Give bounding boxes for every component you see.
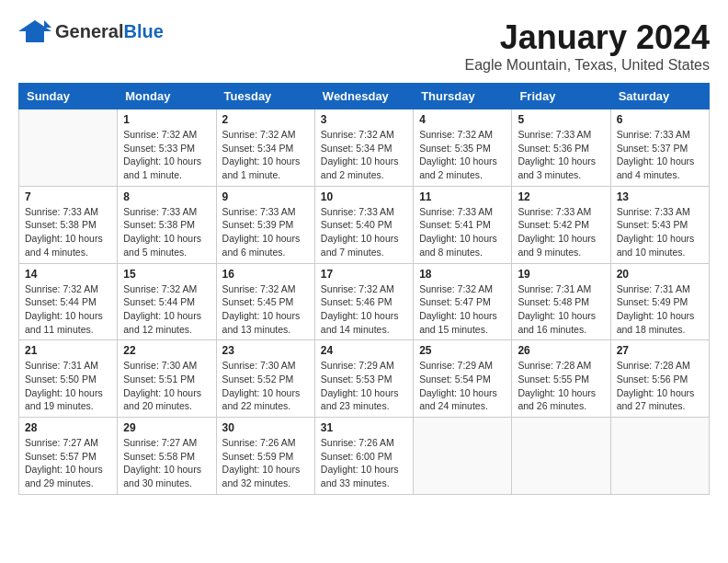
day-info: Sunrise: 7:33 AM Sunset: 5:41 PM Dayligh…	[419, 205, 506, 259]
calendar-cell: 6Sunrise: 7:33 AM Sunset: 5:37 PM Daylig…	[610, 109, 709, 187]
calendar-cell: 29Sunrise: 7:27 AM Sunset: 5:58 PM Dayli…	[118, 418, 216, 495]
calendar-cell: 15Sunrise: 7:32 AM Sunset: 5:44 PM Dayli…	[118, 263, 216, 340]
day-info: Sunrise: 7:27 AM Sunset: 5:58 PM Dayligh…	[123, 436, 210, 490]
day-number: 8	[123, 190, 210, 203]
day-number: 16	[222, 268, 309, 281]
day-info: Sunrise: 7:33 AM Sunset: 5:42 PM Dayligh…	[518, 205, 604, 259]
header-day-sunday: Sunday	[19, 84, 118, 109]
calendar-cell: 17Sunrise: 7:32 AM Sunset: 5:46 PM Dayli…	[314, 263, 413, 340]
day-number: 20	[617, 268, 703, 281]
calendar-cell: 20Sunrise: 7:31 AM Sunset: 5:49 PM Dayli…	[610, 263, 709, 340]
calendar-cell: 25Sunrise: 7:29 AM Sunset: 5:54 PM Dayli…	[414, 340, 512, 418]
logo-general: General	[55, 21, 123, 41]
day-number: 23	[222, 344, 309, 357]
calendar-cell: 9Sunrise: 7:33 AM Sunset: 5:39 PM Daylig…	[216, 186, 314, 263]
calendar-cell: 31Sunrise: 7:26 AM Sunset: 6:00 PM Dayli…	[314, 418, 413, 495]
day-number: 21	[25, 344, 111, 357]
day-info: Sunrise: 7:26 AM Sunset: 6:00 PM Dayligh…	[321, 436, 407, 490]
day-number: 28	[25, 421, 111, 434]
calendar-cell	[512, 418, 610, 495]
week-row-3: 14Sunrise: 7:32 AM Sunset: 5:44 PM Dayli…	[19, 263, 710, 340]
day-number: 5	[518, 113, 604, 126]
day-info: Sunrise: 7:29 AM Sunset: 5:54 PM Dayligh…	[419, 359, 506, 413]
calendar-title: January 2024	[464, 18, 710, 57]
calendar-cell: 24Sunrise: 7:29 AM Sunset: 5:53 PM Dayli…	[314, 340, 413, 418]
calendar-cell: 16Sunrise: 7:32 AM Sunset: 5:45 PM Dayli…	[216, 263, 314, 340]
day-info: Sunrise: 7:33 AM Sunset: 5:38 PM Dayligh…	[123, 205, 210, 259]
day-info: Sunrise: 7:31 AM Sunset: 5:49 PM Dayligh…	[617, 282, 703, 337]
calendar-cell: 23Sunrise: 7:30 AM Sunset: 5:52 PM Dayli…	[216, 340, 314, 418]
calendar-cell: 4Sunrise: 7:32 AM Sunset: 5:35 PM Daylig…	[414, 109, 512, 187]
day-info: Sunrise: 7:32 AM Sunset: 5:33 PM Dayligh…	[123, 128, 210, 182]
day-info: Sunrise: 7:33 AM Sunset: 5:40 PM Dayligh…	[321, 205, 407, 259]
logo-blue: Blue	[123, 21, 163, 41]
day-number: 15	[123, 268, 210, 281]
calendar-cell: 27Sunrise: 7:28 AM Sunset: 5:56 PM Dayli…	[610, 340, 709, 418]
day-number: 6	[617, 113, 703, 126]
day-number: 9	[222, 190, 309, 203]
header-day-tuesday: Tuesday	[216, 84, 314, 109]
calendar-cell: 7Sunrise: 7:33 AM Sunset: 5:38 PM Daylig…	[19, 186, 118, 263]
day-number: 27	[617, 344, 703, 357]
day-info: Sunrise: 7:32 AM Sunset: 5:35 PM Dayligh…	[419, 128, 506, 182]
svg-marker-1	[44, 20, 51, 28]
day-info: Sunrise: 7:32 AM Sunset: 5:34 PM Dayligh…	[222, 128, 309, 182]
logo: GeneralBlue	[18, 18, 164, 44]
day-number: 11	[419, 190, 506, 203]
day-number: 10	[321, 190, 407, 203]
calendar-table: SundayMondayTuesdayWednesdayThursdayFrid…	[18, 83, 710, 495]
day-number: 22	[123, 344, 210, 357]
day-info: Sunrise: 7:28 AM Sunset: 5:56 PM Dayligh…	[617, 359, 703, 413]
calendar-cell: 12Sunrise: 7:33 AM Sunset: 5:42 PM Dayli…	[512, 186, 610, 263]
day-info: Sunrise: 7:30 AM Sunset: 5:52 PM Dayligh…	[222, 359, 309, 413]
day-number: 24	[321, 344, 407, 357]
day-number: 12	[518, 190, 604, 203]
day-number: 3	[321, 113, 407, 126]
header-row: SundayMondayTuesdayWednesdayThursdayFrid…	[19, 84, 710, 109]
calendar-cell: 26Sunrise: 7:28 AM Sunset: 5:55 PM Dayli…	[512, 340, 610, 418]
header-day-saturday: Saturday	[610, 84, 709, 109]
day-info: Sunrise: 7:33 AM Sunset: 5:39 PM Dayligh…	[222, 205, 309, 259]
calendar-cell: 18Sunrise: 7:32 AM Sunset: 5:47 PM Dayli…	[414, 263, 512, 340]
logo-bird-icon	[18, 18, 51, 44]
day-info: Sunrise: 7:31 AM Sunset: 5:50 PM Dayligh…	[25, 359, 111, 413]
calendar-cell: 28Sunrise: 7:27 AM Sunset: 5:57 PM Dayli…	[19, 418, 118, 495]
header-day-friday: Friday	[512, 84, 610, 109]
header-day-thursday: Thursday	[414, 84, 512, 109]
calendar-cell: 13Sunrise: 7:33 AM Sunset: 5:43 PM Dayli…	[610, 186, 709, 263]
day-info: Sunrise: 7:32 AM Sunset: 5:45 PM Dayligh…	[222, 282, 309, 337]
header-day-monday: Monday	[118, 84, 216, 109]
day-info: Sunrise: 7:30 AM Sunset: 5:51 PM Dayligh…	[123, 359, 210, 413]
day-info: Sunrise: 7:27 AM Sunset: 5:57 PM Dayligh…	[25, 436, 111, 490]
day-number: 25	[419, 344, 506, 357]
calendar-cell	[610, 418, 709, 495]
day-number: 26	[518, 344, 604, 357]
day-number: 18	[419, 268, 506, 281]
calendar-cell: 19Sunrise: 7:31 AM Sunset: 5:48 PM Dayli…	[512, 263, 610, 340]
title-area: January 2024 Eagle Mountain, Texas, Unit…	[464, 18, 710, 74]
calendar-cell: 21Sunrise: 7:31 AM Sunset: 5:50 PM Dayli…	[19, 340, 118, 418]
day-info: Sunrise: 7:32 AM Sunset: 5:44 PM Dayligh…	[25, 282, 111, 337]
day-info: Sunrise: 7:26 AM Sunset: 5:59 PM Dayligh…	[222, 436, 309, 490]
calendar-cell: 8Sunrise: 7:33 AM Sunset: 5:38 PM Daylig…	[118, 186, 216, 263]
day-info: Sunrise: 7:32 AM Sunset: 5:46 PM Dayligh…	[321, 282, 407, 337]
week-row-5: 28Sunrise: 7:27 AM Sunset: 5:57 PM Dayli…	[19, 418, 710, 495]
week-row-4: 21Sunrise: 7:31 AM Sunset: 5:50 PM Dayli…	[19, 340, 710, 418]
calendar-subtitle: Eagle Mountain, Texas, United States	[464, 57, 710, 74]
day-info: Sunrise: 7:33 AM Sunset: 5:43 PM Dayligh…	[617, 205, 703, 259]
day-number: 14	[25, 268, 111, 281]
day-number: 7	[25, 190, 111, 203]
calendar-cell: 5Sunrise: 7:33 AM Sunset: 5:36 PM Daylig…	[512, 109, 610, 187]
day-info: Sunrise: 7:29 AM Sunset: 5:53 PM Dayligh…	[321, 359, 407, 413]
day-number: 13	[617, 190, 703, 203]
day-number: 31	[321, 421, 407, 434]
day-info: Sunrise: 7:32 AM Sunset: 5:34 PM Dayligh…	[321, 128, 407, 182]
week-row-1: 1Sunrise: 7:32 AM Sunset: 5:33 PM Daylig…	[19, 109, 710, 187]
calendar-cell	[414, 418, 512, 495]
day-info: Sunrise: 7:33 AM Sunset: 5:38 PM Dayligh…	[25, 205, 111, 259]
calendar-cell: 22Sunrise: 7:30 AM Sunset: 5:51 PM Dayli…	[118, 340, 216, 418]
calendar-cell	[19, 109, 118, 187]
day-info: Sunrise: 7:28 AM Sunset: 5:55 PM Dayligh…	[518, 359, 604, 413]
calendar-cell: 10Sunrise: 7:33 AM Sunset: 5:40 PM Dayli…	[314, 186, 413, 263]
calendar-cell: 2Sunrise: 7:32 AM Sunset: 5:34 PM Daylig…	[216, 109, 314, 187]
